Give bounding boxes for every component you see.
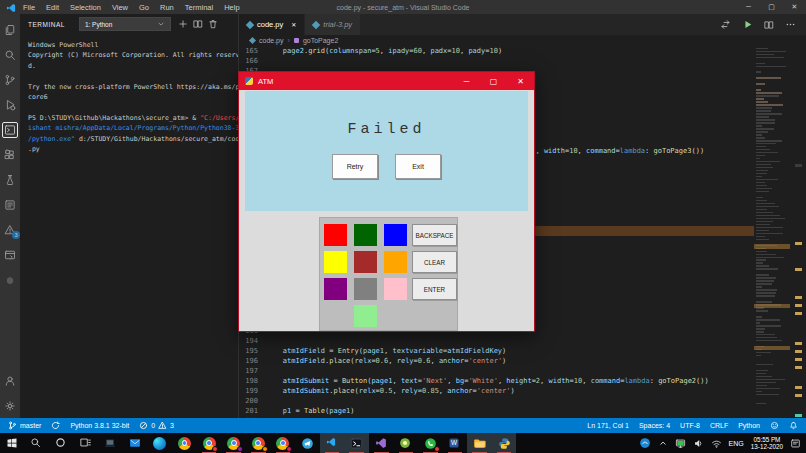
kill-terminal-icon[interactable] xyxy=(208,19,218,29)
sidebar-item-run-debug[interactable] xyxy=(0,92,20,117)
taskbar-app[interactable] xyxy=(394,433,419,453)
menu-edit[interactable]: Edit xyxy=(46,3,59,12)
breadcrumb-file[interactable]: code.py xyxy=(259,37,284,44)
menu-run[interactable]: Run xyxy=(160,3,174,12)
git-branch-item[interactable]: master xyxy=(8,421,41,430)
action-center-icon[interactable] xyxy=(790,438,801,449)
taskbar-your-phone[interactable] xyxy=(98,433,123,453)
dialog-minimize-icon[interactable]: ─ xyxy=(453,72,480,90)
more-actions-icon[interactable] xyxy=(785,19,796,30)
new-terminal-icon[interactable] xyxy=(178,19,188,29)
menu-terminal[interactable]: Terminal xyxy=(185,3,213,12)
taskbar-python-app[interactable] xyxy=(492,433,517,453)
indentation-item[interactable]: Spaces: 4 xyxy=(639,422,670,429)
taskbar-cortana[interactable] xyxy=(49,433,74,453)
display-cast-icon[interactable] xyxy=(675,438,686,449)
minimap[interactable] xyxy=(754,46,790,418)
taskbar-chrome-profile-2[interactable] xyxy=(221,433,246,453)
color-key-button[interactable] xyxy=(354,251,377,273)
breadcrumb[interactable]: code.py › goToPage2 xyxy=(239,35,806,46)
terminal-output[interactable]: Windows PowerShellCopyright (C) Microsof… xyxy=(20,34,238,154)
sidebar-item-extra-extension[interactable] xyxy=(0,267,20,292)
sidebar-item-explorer[interactable] xyxy=(0,17,20,42)
sidebar-item-extensions[interactable] xyxy=(0,142,20,167)
menu-go[interactable]: Go xyxy=(139,3,149,12)
taskbar-search[interactable] xyxy=(25,433,50,453)
sidebar-item-account[interactable] xyxy=(0,368,20,393)
color-key-button[interactable] xyxy=(324,251,347,273)
notifications-bell-icon[interactable] xyxy=(789,421,798,430)
taskbar-chrome-profile-4[interactable] xyxy=(271,433,296,453)
color-key-button[interactable] xyxy=(354,305,377,327)
split-terminal-icon[interactable] xyxy=(193,19,203,29)
sidebar-item-testing[interactable] xyxy=(0,167,20,192)
maximize-icon[interactable]: ▢ xyxy=(760,0,783,14)
sidebar-item-output[interactable] xyxy=(0,192,20,217)
menu-file[interactable]: File xyxy=(23,3,35,12)
cursor-position-item[interactable]: Ln 171, Col 1 xyxy=(587,422,629,429)
taskbar-start[interactable] xyxy=(0,433,25,453)
sidebar-item-source-control[interactable] xyxy=(0,67,20,92)
taskbar-edge[interactable] xyxy=(148,433,173,453)
minimize-icon[interactable]: ─ xyxy=(737,0,760,14)
taskbar-windows-terminal[interactable] xyxy=(344,433,369,453)
taskbar-file-explorer[interactable] xyxy=(467,433,492,453)
color-key-button[interactable] xyxy=(354,224,377,246)
color-key-button[interactable] xyxy=(354,278,377,300)
sidebar-item-remote-window[interactable] xyxy=(0,242,20,267)
clear-button[interactable]: CLEAR xyxy=(412,251,457,273)
menu-view[interactable]: View xyxy=(112,3,128,12)
tab-code-py[interactable]: code.py✕ xyxy=(239,14,305,35)
close-icon[interactable]: ✕ xyxy=(783,0,806,14)
overview-ruler[interactable] xyxy=(790,46,806,418)
taskbar-word[interactable]: W xyxy=(443,433,468,453)
taskbar-clock[interactable]: 05:55 PM 13-12-2020 xyxy=(751,436,783,451)
close-tab-icon[interactable]: ✕ xyxy=(291,21,296,28)
dialog-close-icon[interactable]: ✕ xyxy=(507,72,534,90)
encoding-item[interactable]: UTF-8 xyxy=(680,422,700,429)
terminal-shell-select[interactable]: 1: Python xyxy=(79,17,171,31)
retry-button[interactable]: Retry xyxy=(332,154,378,179)
split-editor-icon[interactable] xyxy=(764,20,774,30)
python-interpreter-item[interactable]: Python 3.8.1 32-bit xyxy=(70,422,129,429)
color-key-button[interactable] xyxy=(384,224,407,246)
show-hidden-icons-icon[interactable] xyxy=(658,438,668,448)
color-key-button[interactable] xyxy=(384,251,407,273)
tab-trial-3-py[interactable]: trial-3.py xyxy=(305,14,361,35)
feedback-icon[interactable] xyxy=(770,421,779,430)
color-key-button[interactable] xyxy=(384,278,407,300)
breadcrumb-symbol[interactable]: goToPage2 xyxy=(303,37,338,44)
taskbar-vscode[interactable] xyxy=(320,433,345,453)
sidebar-item-search[interactable] xyxy=(0,42,20,67)
volume-icon[interactable] xyxy=(693,438,704,449)
problems-item[interactable]: 0 3 xyxy=(139,421,174,430)
sidebar-item-terminal-panel[interactable] xyxy=(0,117,20,142)
exit-button[interactable]: Exit xyxy=(395,154,441,179)
backspace-button[interactable]: BACKSPACE xyxy=(412,224,457,246)
tray-app-icon[interactable] xyxy=(639,437,651,449)
taskbar-chrome-profile-3[interactable] xyxy=(246,433,271,453)
sidebar-item-problems[interactable]: 3 xyxy=(0,217,20,242)
run-python-file-icon[interactable] xyxy=(742,19,753,30)
eol-item[interactable]: CRLF xyxy=(710,422,728,429)
taskbar-whatsapp[interactable] xyxy=(418,433,443,453)
taskbar-mail[interactable] xyxy=(123,433,148,453)
sync-item[interactable] xyxy=(51,421,60,430)
language-mode-item[interactable]: Python xyxy=(738,422,760,429)
language-indicator[interactable]: ENG xyxy=(729,440,744,447)
open-changes-icon[interactable] xyxy=(720,19,731,30)
taskbar-task-view[interactable] xyxy=(74,433,99,453)
network-icon[interactable] xyxy=(711,438,722,449)
menu-help[interactable]: Help xyxy=(224,3,239,12)
sidebar-item-settings[interactable] xyxy=(0,393,20,418)
menu-selection[interactable]: Selection xyxy=(70,3,101,12)
taskbar-telegram[interactable] xyxy=(295,433,320,453)
atm-dialog-titlebar[interactable]: ATM ─ ▢ ✕ xyxy=(239,72,534,90)
taskbar-chrome[interactable] xyxy=(172,433,197,453)
dialog-maximize-icon[interactable]: ▢ xyxy=(480,72,507,90)
enter-button[interactable]: ENTER xyxy=(412,278,457,300)
color-key-button[interactable] xyxy=(324,278,347,300)
taskbar-chrome-profile-1[interactable] xyxy=(197,433,222,453)
color-key-button[interactable] xyxy=(324,224,347,246)
taskbar-visual-studio[interactable] xyxy=(369,433,394,453)
